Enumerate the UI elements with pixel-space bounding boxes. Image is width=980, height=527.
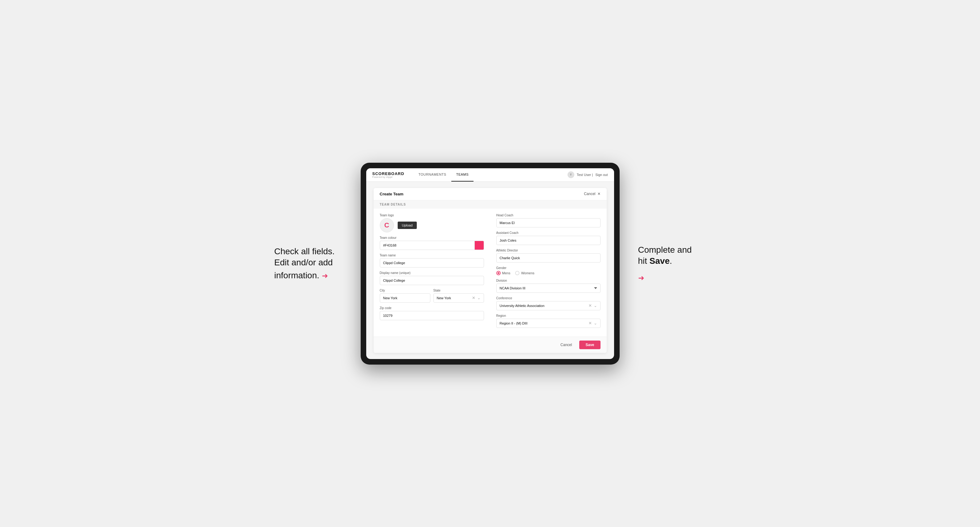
athletic-director-input[interactable] <box>496 253 600 263</box>
left-column: Team logo C Upload Team colo <box>380 214 484 332</box>
section-header: TEAM DETAILS <box>374 200 607 209</box>
head-coach-input[interactable] <box>496 218 600 227</box>
zip-field: Zip code <box>380 306 484 320</box>
region-select[interactable]: Region II - (M) DIII ✕ ⌄ <box>496 319 600 328</box>
city-group: City <box>380 289 430 303</box>
color-row <box>380 241 484 250</box>
team-logo-label: Team logo <box>380 214 484 217</box>
womens-radio[interactable] <box>515 271 519 275</box>
team-logo-field: Team logo C Upload <box>380 214 484 232</box>
clear-icon[interactable]: ✕ <box>472 295 476 300</box>
chevron-down-icon: ⌄ <box>594 321 597 325</box>
right-column: Head Coach Assistant Coach Athletic Dire… <box>496 214 600 332</box>
close-icon: ✕ <box>597 192 600 196</box>
state-select[interactable]: New York ✕ ⌄ <box>433 294 484 303</box>
assistant-coach-label: Assistant Coach <box>496 231 600 235</box>
city-input[interactable] <box>380 294 430 303</box>
division-field: Division NCAA Division III <box>496 279 600 293</box>
head-coach-field: Head Coach <box>496 214 600 227</box>
user-avatar: T <box>568 171 574 178</box>
state-clear[interactable]: ✕ ⌄ <box>472 295 480 300</box>
right-annotation: Complete and hit Save. ➜ <box>638 244 706 283</box>
chevron-down-icon: ⌄ <box>594 303 597 308</box>
conference-label: Conference <box>496 297 600 300</box>
city-state-field: City State New York ✕ <box>380 289 484 303</box>
main-content: Create Team Cancel ✕ TEAM DETAILS <box>366 182 614 359</box>
logo-circle: C <box>380 218 394 232</box>
gender-row: Mens Womens <box>496 271 600 275</box>
team-name-label: Team name <box>380 254 484 257</box>
sign-out-link[interactable]: Sign out <box>595 173 608 176</box>
assistant-coach-input[interactable] <box>496 236 600 245</box>
chevron-down-icon: ⌄ <box>477 295 480 300</box>
brand-title: SCOREBOARD <box>372 171 404 176</box>
division-label: Division <box>496 279 600 282</box>
gender-field: Gender Mens Womens <box>496 266 600 275</box>
color-swatch[interactable] <box>475 241 484 250</box>
brand-logo: SCOREBOARD Powered by clippd <box>372 171 404 178</box>
region-clear[interactable]: ✕ ⌄ <box>589 321 597 325</box>
logo-area: C Upload <box>380 218 484 232</box>
navbar-nav: TOURNAMENTS TEAMS <box>414 168 567 182</box>
display-name-input[interactable] <box>380 276 484 285</box>
form-header: Create Team Cancel ✕ <box>374 188 607 200</box>
conference-field: Conference University Athletic Associati… <box>496 297 600 310</box>
city-state-row: City State New York ✕ <box>380 289 484 303</box>
nav-item-tournaments[interactable]: TOURNAMENTS <box>414 168 451 182</box>
form-container: Create Team Cancel ✕ TEAM DETAILS <box>374 188 607 353</box>
nav-item-teams[interactable]: TEAMS <box>451 168 474 182</box>
mens-radio[interactable] <box>496 271 501 275</box>
region-label: Region <box>496 314 600 317</box>
assistant-coach-field: Assistant Coach <box>496 231 600 245</box>
clear-icon[interactable]: ✕ <box>589 303 592 308</box>
right-arrow-icon: ➜ <box>638 273 706 283</box>
left-annotation: Check all fields. Edit and/or add inform… <box>274 246 342 281</box>
user-label: Test User | <box>577 173 593 176</box>
head-coach-label: Head Coach <box>496 214 600 217</box>
cancel-x-button[interactable]: Cancel ✕ <box>584 192 600 196</box>
tablet-screen: SCOREBOARD Powered by clippd TOURNAMENTS… <box>366 168 614 359</box>
state-label: State <box>433 289 484 292</box>
upload-button[interactable]: Upload <box>398 222 417 229</box>
division-select[interactable]: NCAA Division III <box>496 284 600 293</box>
conference-select[interactable]: University Athletic Association ✕ ⌄ <box>496 301 600 310</box>
zip-label: Zip code <box>380 306 484 310</box>
zip-input[interactable] <box>380 311 484 320</box>
navbar-right: T Test User | Sign out <box>568 171 608 178</box>
gender-mens-option[interactable]: Mens <box>496 271 511 275</box>
athletic-director-field: Athletic Director <box>496 249 600 263</box>
city-label: City <box>380 289 430 292</box>
athletic-director-label: Athletic Director <box>496 249 600 252</box>
form-title: Create Team <box>380 192 404 196</box>
conference-clear[interactable]: ✕ ⌄ <box>589 303 597 308</box>
clear-icon[interactable]: ✕ <box>589 321 592 325</box>
form-footer: Cancel Save <box>374 337 607 353</box>
colour-input[interactable] <box>380 241 475 250</box>
display-name-field: Display name (unique) <box>380 271 484 285</box>
region-field: Region Region II - (M) DIII ✕ ⌄ <box>496 314 600 328</box>
tablet-frame: SCOREBOARD Powered by clippd TOURNAMENTS… <box>361 163 620 365</box>
team-name-field: Team name <box>380 254 484 268</box>
display-name-label: Display name (unique) <box>380 271 484 275</box>
navbar: SCOREBOARD Powered by clippd TOURNAMENTS… <box>366 168 614 182</box>
team-colour-field: Team colour <box>380 236 484 250</box>
team-colour-label: Team colour <box>380 236 484 240</box>
team-name-input[interactable] <box>380 258 484 268</box>
form-body: Team logo C Upload Team colo <box>374 209 607 337</box>
save-button[interactable]: Save <box>579 341 600 349</box>
gender-label: Gender <box>496 266 600 270</box>
brand-sub: Powered by clippd <box>372 176 404 178</box>
gender-womens-option[interactable]: Womens <box>515 271 534 275</box>
state-group: State New York ✕ ⌄ <box>433 289 484 303</box>
left-arrow-icon: ➜ <box>322 271 328 281</box>
cancel-button[interactable]: Cancel <box>556 341 576 349</box>
